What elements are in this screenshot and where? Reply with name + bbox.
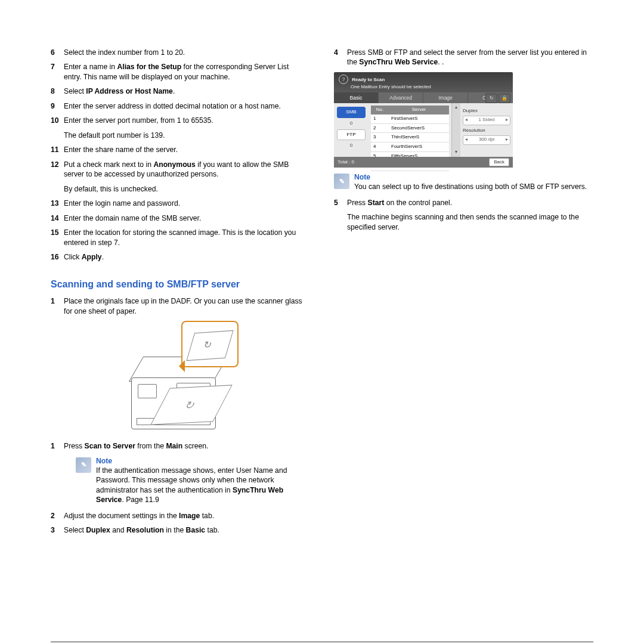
tab-basic[interactable]: Basic — [334, 92, 379, 103]
screen-status: Ready to Scan — [352, 77, 385, 82]
step-number: 14 — [51, 213, 64, 223]
step-number: 1 — [51, 296, 64, 316]
step-text: Enter the login name and password. — [64, 199, 307, 208]
duplex-label: Duplex — [463, 108, 510, 114]
step-text: Press SMB or FTP and select the server f… — [347, 48, 590, 67]
step-text: Press Scan to Server from the Main scree… — [64, 441, 307, 451]
step-text: Select the index number from 1 to 20. — [64, 48, 307, 57]
numbered-step: 5Press Start on the control panel.The ma… — [334, 198, 590, 232]
refresh-icon[interactable]: ↻ — [485, 94, 497, 103]
smb-count: 0 — [337, 120, 366, 127]
numbered-step: 2Adjust the document settings in the Ima… — [51, 511, 307, 521]
step-text: Press Start on the control panel.The mac… — [347, 198, 590, 232]
numbered-step: 11Enter the share name of the server. — [51, 145, 307, 154]
numbered-step: 10Enter the server port number, from 1 t… — [51, 116, 307, 140]
lock-icon[interactable]: 🔒 — [499, 94, 510, 103]
note-icon: ✎ — [76, 457, 91, 473]
step-text: Click Apply. — [64, 252, 307, 262]
tab-advanced[interactable]: Advanced — [379, 92, 423, 103]
numbered-step: 16Click Apply. — [51, 252, 307, 262]
step-number: 9 — [51, 101, 64, 111]
screen-hint: One Mailbox Entry should be selected — [351, 84, 431, 89]
device-screenshot: ? Ready to Scan One Mailbox Entry should… — [334, 72, 513, 168]
step-text: Enter the share name of the server. — [64, 145, 307, 154]
resolution-control[interactable]: ◂300 dpi▸ — [463, 135, 510, 145]
numbered-step: 1Press Scan to Server from the Main scre… — [51, 441, 307, 451]
numbered-step: 8Select IP Address or Host Name. — [51, 86, 307, 96]
table-row[interactable]: 4FourthServerS — [371, 143, 449, 152]
step-text: Select IP Address or Host Name. — [64, 86, 307, 96]
back-button[interactable]: Back — [489, 158, 509, 167]
step-number: 16 — [51, 252, 64, 262]
table-row[interactable]: 3ThirdServerS — [371, 133, 449, 143]
ftp-count: 0 — [337, 143, 366, 149]
numbered-step: 12Put a check mark next to in Anonymous … — [51, 160, 307, 194]
numbered-step: 14Enter the domain name of the SMB serve… — [51, 213, 307, 223]
scrollbar[interactable]: ▴▾ — [451, 103, 460, 157]
step-text: Enter the server address in dotted decim… — [64, 101, 307, 111]
resolution-label: Resolution — [463, 128, 510, 134]
note-icon: ✎ — [334, 174, 349, 189]
note-title: Note — [96, 456, 307, 466]
step-number: 3 — [51, 525, 64, 535]
table-row[interactable]: 1FirstServerS — [371, 114, 449, 123]
step-number: 8 — [51, 86, 64, 96]
col-no: No. — [371, 106, 389, 114]
table-row[interactable]: 2SecondServerS — [371, 123, 449, 133]
note-block: ✎ Note You can select up to five destina… — [334, 172, 590, 192]
total-label: Total : 0 — [338, 159, 354, 166]
step-number: 7 — [51, 62, 64, 82]
step-text: Place the originals face up in the DADF.… — [64, 296, 307, 316]
step-number: 11 — [51, 145, 64, 154]
smb-button[interactable]: SMB — [337, 107, 366, 118]
note-body: If the authentication message shows, ent… — [96, 466, 287, 504]
numbered-step: 7Enter a name in Alias for the Setup for… — [51, 62, 307, 82]
step-text: Select Duplex and Resolution in the Basi… — [64, 525, 307, 535]
col-server: Server — [389, 106, 449, 114]
section-heading: Scanning and sending to SMB/FTP server — [51, 278, 307, 291]
step-text: Enter a name in Alias for the Setup for … — [64, 62, 307, 82]
page-footer: 7.8 <Scanning> — [51, 642, 593, 644]
numbered-step: 3Select Duplex and Resolution in the Bas… — [51, 525, 307, 535]
numbered-step: 4Press SMB or FTP and select the server … — [334, 48, 590, 67]
step-text: Adjust the document settings in the Imag… — [64, 511, 307, 521]
numbered-step: 6Select the index number from 1 to 20. — [51, 48, 307, 57]
step-text: Enter the server port number, from 1 to … — [64, 116, 307, 140]
numbered-step: 13Enter the login name and password. — [51, 199, 307, 208]
duplex-control[interactable]: ◂1 Sided▸ — [463, 116, 510, 125]
step-number: 13 — [51, 199, 64, 208]
step-text: Put a check mark next to in Anonymous if… — [64, 160, 307, 194]
step-number: 2 — [51, 511, 64, 521]
right-column: 4Press SMB or FTP and select the server … — [334, 48, 590, 540]
step-number: 15 — [51, 228, 64, 247]
step-text: Enter the domain name of the SMB server. — [64, 213, 307, 223]
note-body: You can select up to five destinations u… — [354, 182, 587, 191]
step-number: 4 — [334, 48, 347, 67]
help-icon: ? — [339, 75, 348, 84]
numbered-step: 1Place the originals face up in the DADF… — [51, 296, 307, 316]
note-title: Note — [354, 172, 587, 182]
step-number: 1 — [51, 441, 64, 451]
numbered-step: 15Enter the location for storing the sca… — [51, 228, 307, 247]
step-number: 10 — [51, 116, 64, 140]
tab-image[interactable]: Image — [423, 92, 468, 103]
step-number: 6 — [51, 48, 64, 57]
left-column: 6Select the index number from 1 to 20.7E… — [51, 48, 307, 540]
server-table: No. Server 1FirstServerS2SecondServerS3T… — [369, 103, 451, 157]
step-text: Enter the location for storing the scann… — [64, 228, 307, 247]
ftp-button[interactable]: FTP — [337, 129, 366, 141]
dadf-illustration — [119, 321, 239, 434]
step-number: 12 — [51, 160, 64, 194]
step-number: 5 — [334, 198, 347, 232]
note-block: ✎ Note If the authentication message sho… — [76, 456, 307, 505]
numbered-step: 9Enter the server address in dotted deci… — [51, 101, 307, 111]
